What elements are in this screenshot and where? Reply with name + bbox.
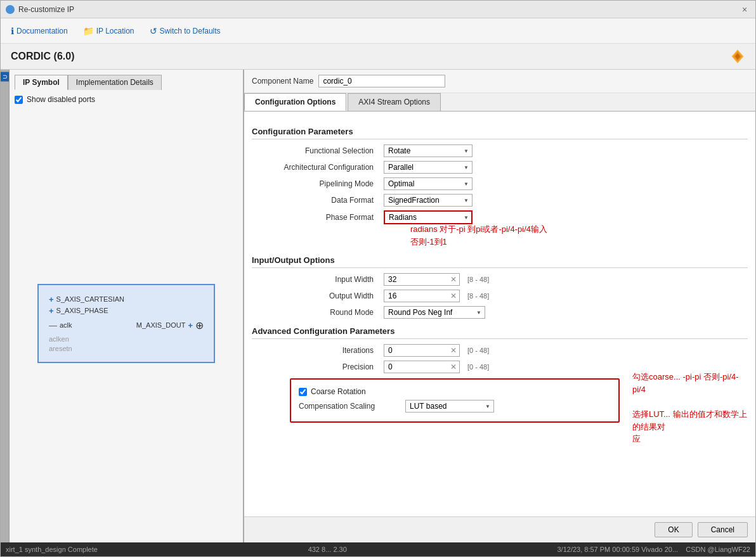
precision-input[interactable]	[384, 361, 448, 373]
data-format-row: Data Format SignedFraction	[252, 194, 748, 207]
round-mode-row: Round Mode Round Pos Neg Inf	[252, 306, 748, 319]
compensation-scaling-select[interactable]: LUT based	[405, 400, 494, 413]
show-disabled-checkbox[interactable]	[15, 96, 23, 104]
section-io-options: Input/Output Options	[252, 255, 748, 268]
lut-annotation-text: 选择LUT... 输出的值才和数学上的结果对应	[632, 409, 747, 444]
output-width-input[interactable]	[384, 290, 448, 302]
ip-symbol-box: + S_AXIS_CARTESIAN + S_AXIS_PHASE — aclk	[37, 284, 215, 363]
component-name-row: Component Name	[244, 70, 755, 93]
port-s-axis-phase: + S_AXIS_PHASE	[49, 306, 204, 316]
architectural-config-select[interactable]: Parallel	[384, 161, 472, 174]
input-width-label: Input Width	[252, 275, 379, 284]
close-button[interactable]: ×	[739, 4, 750, 15]
port-aclk: — aclk	[49, 321, 72, 330]
title-bar: Re-customize IP ×	[1, 1, 755, 18]
coarse-rotation-checkbox[interactable]	[299, 388, 307, 396]
output-width-range: [8 - 48]	[467, 292, 489, 300]
port-m-axis-dout: M_AXIS_DOUT + ⊕	[136, 319, 204, 331]
component-name-input[interactable]	[318, 75, 445, 87]
output-width-label: Output Width	[252, 291, 379, 300]
coarse-rotation-box: Coarse Rotation Compensation Scaling LUT…	[290, 378, 620, 423]
radians-annotation-text: radians 对于-pi 到pi或者-pi/4-pi/4输入否则-1到1	[410, 224, 547, 246]
port-aclken: aclken	[49, 335, 204, 343]
precision-range: [0 - 48]	[467, 363, 489, 371]
port-aclk-row: — aclk M_AXIS_DOUT + ⊕	[49, 317, 204, 333]
input-width-row: Input Width ✕ [8 - 48]	[252, 273, 748, 286]
output-width-clear[interactable]: ✕	[448, 291, 459, 300]
precision-label: Precision	[252, 362, 379, 371]
section-advanced: Advanced Configuration Parameters	[252, 326, 748, 339]
bottom-right: 3/12/23, 8:57 PM 00:00:59 Vivado 20... C…	[557, 546, 751, 553]
input-width-input[interactable]	[384, 274, 448, 285]
round-mode-select[interactable]: Round Pos Neg Inf	[384, 306, 485, 319]
pipelining-mode-wrapper: Optimal	[384, 177, 472, 190]
functional-selection-select[interactable]: Rotate	[384, 144, 472, 157]
symbol-area: + S_AXIS_CARTESIAN + S_AXIS_PHASE — aclk	[15, 109, 238, 537]
phase-format-select[interactable]: Radians	[384, 210, 472, 224]
port-s-axis-cartesian: + S_AXIS_CARTESIAN	[49, 295, 204, 304]
compensation-scaling-label: Compensation Scaling	[299, 402, 400, 411]
output-width-row: Output Width ✕ [8 - 48]	[252, 290, 748, 302]
compensation-scaling-row: Compensation Scaling LUT based	[299, 400, 611, 413]
compensation-scaling-wrapper: LUT based	[405, 400, 494, 413]
csdn-watermark: CSDN @LiangWF22	[686, 546, 750, 553]
app-title-bar: CORDIC (6.0)	[1, 44, 755, 69]
cancel-button[interactable]: Cancel	[698, 522, 748, 537]
functional-selection-wrapper: Rotate	[384, 144, 472, 157]
documentation-label: Documentation	[16, 27, 68, 35]
precision-clear[interactable]: ✕	[448, 362, 459, 371]
section-config-params: Configuration Parameters	[252, 127, 748, 139]
round-mode-wrapper: Round Pos Neg Inf	[384, 306, 485, 319]
ok-button[interactable]: OK	[655, 522, 692, 537]
side-panel: U	[1, 70, 10, 542]
show-disabled-row: Show disabled ports	[15, 95, 238, 104]
tab-configuration-options[interactable]: Configuration Options	[244, 93, 346, 111]
side-tab-u[interactable]: U	[1, 72, 9, 82]
right-tabs: Configuration Options AXI4 Stream Option…	[244, 93, 755, 112]
ip-location-button[interactable]: 📁 IP Location	[81, 25, 137, 37]
pipelining-mode-select[interactable]: Optimal	[384, 177, 472, 190]
input-width-clear[interactable]: ✕	[448, 275, 459, 284]
iterations-clear[interactable]: ✕	[448, 346, 459, 355]
tab-implementation[interactable]: Implementation Details	[68, 75, 162, 90]
right-panel: Component Name Configuration Options AXI…	[244, 70, 755, 542]
left-tabs: IP Symbol Implementation Details	[15, 75, 238, 90]
precision-input-wrapper: ✕	[384, 361, 460, 373]
bottom-middle: 432 8... 2.30	[308, 546, 347, 553]
data-format-select[interactable]: SignedFraction	[384, 194, 472, 207]
coarse-rotation-label: Coarse Rotation	[311, 387, 366, 396]
input-width-input-wrapper: ✕	[384, 273, 460, 286]
vivado-logo	[730, 49, 745, 64]
data-format-label: Data Format	[252, 196, 379, 205]
bottom-left: xirt_1 synth_design Complete	[6, 546, 98, 553]
architectural-config-wrapper: Parallel	[384, 161, 472, 174]
switch-defaults-label: Switch to Defaults	[160, 27, 221, 35]
config-content: Configuration Parameters Functional Sele…	[244, 112, 755, 516]
left-panel: IP Symbol Implementation Details Show di…	[10, 70, 244, 542]
iterations-label: Iterations	[252, 346, 379, 355]
tab-ip-symbol[interactable]: IP Symbol	[15, 75, 68, 90]
component-name-label: Component Name	[252, 77, 313, 86]
functional-selection-label: Functional Selection	[252, 146, 379, 155]
documentation-button[interactable]: ℹ Documentation	[8, 25, 70, 37]
folder-icon: 📁	[83, 26, 94, 36]
spacer	[252, 445, 748, 496]
iterations-input-wrapper: ✕	[384, 344, 460, 357]
phase-format-row: Phase Format Radians	[252, 210, 748, 224]
bottom-bar: xirt_1 synth_design Complete 432 8... 2.…	[1, 542, 755, 556]
phase-format-wrapper: Radians	[384, 210, 472, 224]
main-window: Re-customize IP × ℹ Documentation 📁 IP L…	[0, 0, 756, 557]
coarse-annotation: 勾选coarse... -pi-pi 否则-pi/4-pi/4	[632, 371, 748, 395]
switch-defaults-button[interactable]: ↺ Switch to Defaults	[147, 25, 223, 37]
tab-axi4-stream[interactable]: AXI4 Stream Options	[348, 93, 441, 111]
info-icon: ℹ	[11, 26, 14, 36]
data-format-wrapper: SignedFraction	[384, 194, 472, 207]
phase-format-label: Phase Format	[252, 213, 379, 222]
iterations-row: Iterations ✕ [0 - 48]	[252, 344, 748, 357]
dialog-buttons: OK Cancel	[244, 516, 755, 542]
iterations-input[interactable]	[384, 345, 448, 356]
port-aresetn: aresetn	[49, 345, 204, 352]
iterations-range: [0 - 48]	[467, 347, 489, 354]
show-disabled-label: Show disabled ports	[27, 95, 95, 104]
window-icon	[6, 5, 15, 14]
